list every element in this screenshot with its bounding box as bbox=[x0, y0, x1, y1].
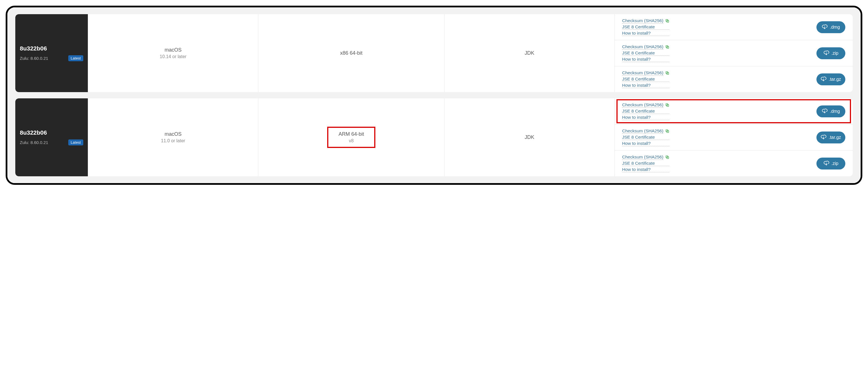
howto-link[interactable]: How to install? bbox=[622, 83, 670, 88]
howto-link[interactable]: How to install? bbox=[622, 115, 670, 120]
checksum-link[interactable]: Checksum (SHA256) bbox=[622, 44, 663, 50]
checksum-link[interactable]: Checksum (SHA256) bbox=[622, 70, 663, 76]
arch-cell: ARM 64-bitv8 bbox=[258, 98, 444, 176]
download-row: Checksum (SHA256)JSE 8 CertificateHow to… bbox=[615, 124, 853, 150]
package-name: JDK bbox=[525, 134, 534, 140]
download-row: Checksum (SHA256)JSE 8 CertificateHow to… bbox=[615, 66, 853, 92]
copy-icon[interactable] bbox=[665, 19, 670, 23]
download-button[interactable]: .zip bbox=[816, 157, 845, 170]
download-ext: .zip bbox=[832, 51, 839, 56]
checksum-link[interactable]: Checksum (SHA256) bbox=[622, 154, 663, 160]
download-column: Checksum (SHA256)JSE 8 CertificateHow to… bbox=[615, 98, 853, 176]
download-row: Checksum (SHA256)JSE 8 CertificateHow to… bbox=[615, 14, 853, 40]
certificate-link[interactable]: JSE 8 Certificate bbox=[622, 135, 670, 140]
howto-link[interactable]: How to install? bbox=[622, 167, 670, 172]
package-cell: JDK bbox=[444, 14, 615, 92]
window-frame: 8u322b06Zulu: 8.60.0.21LatestmacOS10.14 … bbox=[6, 6, 862, 185]
latest-badge: Latest bbox=[68, 55, 83, 61]
arch-name: ARM 64-bit bbox=[339, 131, 364, 137]
version-panel: 8u322b06Zulu: 8.60.0.21Latest bbox=[15, 14, 88, 92]
os-name: macOS bbox=[164, 47, 182, 53]
download-button[interactable]: .zip bbox=[816, 47, 845, 59]
download-row: Checksum (SHA256)JSE 8 CertificateHow to… bbox=[615, 98, 853, 124]
download-ext: .dmg bbox=[830, 25, 840, 30]
package-cell: JDK bbox=[444, 98, 615, 176]
howto-link[interactable]: How to install? bbox=[622, 31, 670, 36]
checksum-link[interactable]: Checksum (SHA256) bbox=[622, 18, 663, 24]
checksum-link[interactable]: Checksum (SHA256) bbox=[622, 102, 663, 108]
copy-icon[interactable] bbox=[665, 103, 670, 107]
download-icon bbox=[824, 50, 829, 57]
arch-highlight: ARM 64-bitv8 bbox=[327, 127, 375, 148]
arch-cell: x86 64-bit bbox=[258, 14, 444, 92]
download-button[interactable]: .tar.gz bbox=[816, 74, 845, 85]
download-links: Checksum (SHA256)JSE 8 CertificateHow to… bbox=[622, 44, 670, 62]
certificate-link[interactable]: JSE 8 Certificate bbox=[622, 109, 670, 114]
download-links: Checksum (SHA256)JSE 8 CertificateHow to… bbox=[622, 70, 670, 88]
certificate-link[interactable]: JSE 8 Certificate bbox=[622, 77, 670, 82]
certificate-link[interactable]: JSE 8 Certificate bbox=[622, 161, 670, 166]
version-panel: 8u322b06Zulu: 8.60.0.21Latest bbox=[15, 98, 88, 176]
os-name: macOS bbox=[164, 131, 182, 137]
download-ext: .zip bbox=[832, 161, 839, 166]
os-cell: macOS11.0 or later bbox=[88, 98, 258, 176]
download-button[interactable]: .tar.gz bbox=[816, 132, 845, 143]
download-ext: .dmg bbox=[830, 109, 840, 114]
arch-wrap: x86 64-bit bbox=[333, 48, 369, 58]
download-icon bbox=[821, 134, 826, 141]
copy-icon[interactable] bbox=[665, 155, 670, 159]
howto-link[interactable]: How to install? bbox=[622, 141, 670, 146]
download-block: 8u322b06Zulu: 8.60.0.21LatestmacOS10.14 … bbox=[15, 14, 853, 92]
certificate-link[interactable]: JSE 8 Certificate bbox=[622, 24, 670, 30]
download-button[interactable]: .dmg bbox=[816, 106, 845, 117]
version-label: 8u322b06 bbox=[20, 45, 83, 52]
download-column: Checksum (SHA256)JSE 8 CertificateHow to… bbox=[615, 14, 853, 92]
download-row: Checksum (SHA256)JSE 8 CertificateHow to… bbox=[615, 40, 853, 66]
download-block: 8u322b06Zulu: 8.60.0.21LatestmacOS11.0 o… bbox=[15, 98, 853, 176]
checksum-link[interactable]: Checksum (SHA256) bbox=[622, 128, 663, 134]
download-icon bbox=[824, 160, 829, 167]
zulu-label: Zulu: 8.60.0.21 bbox=[20, 140, 48, 145]
download-links: Checksum (SHA256)JSE 8 CertificateHow to… bbox=[622, 128, 670, 146]
download-ext: .tar.gz bbox=[829, 135, 841, 140]
os-sub: 11.0 or later bbox=[161, 138, 185, 143]
latest-badge: Latest bbox=[68, 139, 83, 145]
download-row: Checksum (SHA256)JSE 8 CertificateHow to… bbox=[615, 150, 853, 176]
download-icon bbox=[822, 108, 828, 115]
download-links: Checksum (SHA256)JSE 8 CertificateHow to… bbox=[622, 18, 670, 36]
download-links: Checksum (SHA256)JSE 8 CertificateHow to… bbox=[622, 102, 670, 120]
os-sub: 10.14 or later bbox=[160, 54, 186, 59]
package-name: JDK bbox=[525, 50, 534, 56]
howto-link[interactable]: How to install? bbox=[622, 57, 670, 62]
zulu-label: Zulu: 8.60.0.21 bbox=[20, 56, 48, 61]
download-icon bbox=[822, 24, 828, 31]
download-button[interactable]: .dmg bbox=[816, 21, 845, 33]
copy-icon[interactable] bbox=[665, 45, 670, 49]
certificate-link[interactable]: JSE 8 Certificate bbox=[622, 51, 670, 56]
arch-name: x86 64-bit bbox=[340, 50, 362, 56]
download-icon bbox=[821, 76, 826, 83]
copy-icon[interactable] bbox=[665, 71, 670, 75]
download-links: Checksum (SHA256)JSE 8 CertificateHow to… bbox=[622, 154, 670, 172]
download-ext: .tar.gz bbox=[829, 77, 841, 82]
copy-icon[interactable] bbox=[665, 129, 670, 133]
content-area: 8u322b06Zulu: 8.60.0.21LatestmacOS10.14 … bbox=[7, 7, 861, 183]
version-label: 8u322b06 bbox=[20, 129, 83, 136]
os-cell: macOS10.14 or later bbox=[88, 14, 258, 92]
arch-sub: v8 bbox=[339, 138, 364, 143]
